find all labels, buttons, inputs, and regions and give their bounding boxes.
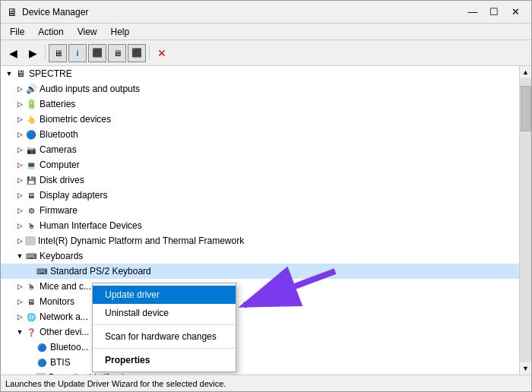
context-menu: Update driver Uninstall device Scan for … bbox=[92, 283, 236, 372]
list-item[interactable]: ▷ 🖥 Display adapters bbox=[1, 188, 519, 203]
title-bar: 🖥 Device Manager — ☐ ✕ bbox=[1, 1, 531, 24]
cameras-icon: 📷 bbox=[25, 144, 37, 156]
ctx-separator bbox=[93, 324, 236, 325]
toggle bbox=[25, 342, 36, 352]
toolbar-sep-2 bbox=[149, 46, 150, 61]
toggle[interactable]: ▷ bbox=[14, 205, 25, 216]
toggle[interactable]: ▷ bbox=[14, 311, 25, 322]
ctx-properties[interactable]: Properties bbox=[93, 351, 236, 369]
list-item[interactable]: ▷ Intel(R) Dynamic Platform and Thermal … bbox=[1, 233, 519, 248]
root-toggle[interactable]: ▼ bbox=[4, 68, 14, 79]
item-label: Standard PS/2 Keyboard bbox=[50, 266, 151, 277]
item-label: Monitors bbox=[40, 296, 74, 307]
toolbar-back[interactable]: ◀ bbox=[4, 44, 22, 62]
list-item[interactable]: ▼ ⌨ Keyboards bbox=[1, 248, 519, 264]
computer-icon: 💻 bbox=[25, 159, 37, 171]
list-item[interactable]: ▷ 🔋 Batteries bbox=[1, 96, 519, 112]
toolbar-info[interactable]: i bbox=[68, 44, 87, 62]
toolbar-forward[interactable]: ▶ bbox=[24, 44, 42, 62]
toggle[interactable]: ▷ bbox=[14, 84, 25, 94]
close-button[interactable]: ✕ bbox=[505, 4, 525, 21]
list-item[interactable]: 🔵 Bluetoo... bbox=[1, 340, 519, 355]
toggle[interactable]: ▷ bbox=[14, 220, 25, 231]
list-item[interactable]: ▷ ⚙ Firmware bbox=[1, 203, 519, 218]
menu-action[interactable]: Action bbox=[32, 25, 69, 39]
item-label: Cameras bbox=[40, 144, 77, 155]
tree-root[interactable]: ▼ 🖥 SPECTRE bbox=[1, 66, 519, 81]
toggle[interactable]: ▷ bbox=[14, 281, 25, 292]
list-item[interactable]: ▷ 🔊 Audio inputs and outputs bbox=[1, 81, 519, 96]
list-item[interactable]: ▷ 🖱 Mice and c... bbox=[1, 279, 519, 294]
ctx-separator-2 bbox=[93, 348, 236, 349]
list-item[interactable]: ▷ 🖱 Human Interface Devices bbox=[1, 218, 519, 233]
monitors-icon: 🖥 bbox=[25, 296, 37, 308]
tree-panel[interactable]: ▼ 🖥 SPECTRE ▷ 🔊 Audio inputs and outputs… bbox=[1, 66, 519, 375]
toggle[interactable]: ▼ bbox=[14, 327, 25, 337]
list-item[interactable]: ▷ 📷 Cameras bbox=[1, 142, 519, 157]
list-item[interactable]: ▷ 🖥 Monitors bbox=[1, 294, 519, 309]
scroll-up[interactable]: ▲ bbox=[520, 66, 532, 78]
ctx-uninstall[interactable]: Uninstall device bbox=[93, 304, 236, 322]
toolbar-properties[interactable]: 🖥 bbox=[49, 44, 67, 62]
hid-icon: 🖱 bbox=[25, 220, 37, 232]
root-icon: 🖥 bbox=[14, 68, 27, 80]
status-text: Launches the Update Driver Wizard for th… bbox=[5, 379, 226, 388]
device-manager-window: 🖥 Device Manager — ☐ ✕ File Action View … bbox=[0, 0, 532, 392]
list-item[interactable]: ▷ 🌐 Network a... bbox=[1, 309, 519, 324]
firmware-icon: ⚙ bbox=[25, 204, 37, 217]
minimize-button[interactable]: — bbox=[463, 4, 483, 21]
item-label: Detection Verification bbox=[49, 372, 135, 375]
btis-icon: 🔵 bbox=[36, 356, 48, 368]
biometric-icon: 👆 bbox=[25, 113, 37, 125]
display-icon: 🖥 bbox=[25, 189, 37, 201]
scroll-down[interactable]: ▼ bbox=[520, 362, 532, 375]
item-label: Network a... bbox=[40, 311, 88, 322]
audio-icon: 🔊 bbox=[25, 83, 37, 95]
list-item[interactable]: ▷ 👆 Biometric devices bbox=[1, 112, 519, 127]
item-label: Firmware bbox=[40, 205, 78, 216]
item-label: Bluetoo... bbox=[50, 342, 89, 352]
toolbar-btn5[interactable]: ⬛ bbox=[128, 44, 146, 62]
bluetooth-icon: 🔵 bbox=[25, 128, 37, 141]
list-item[interactable]: ⌨ Standard PS/2 Keyboard bbox=[1, 264, 519, 279]
bt-sub-icon: 🔵 bbox=[36, 341, 48, 353]
toolbar-sep-1 bbox=[45, 46, 46, 61]
keyboard-icon: ⌨ bbox=[36, 265, 48, 277]
menu-file[interactable]: File bbox=[4, 25, 30, 39]
list-item[interactable]: ▷ 💻 Computer bbox=[1, 157, 519, 172]
toggle[interactable]: ▷ bbox=[14, 236, 25, 246]
detection-icon bbox=[36, 373, 46, 375]
toggle[interactable]: ▷ bbox=[14, 190, 25, 201]
ctx-update-driver[interactable]: Update driver bbox=[93, 286, 236, 304]
toggle[interactable]: ▼ bbox=[14, 251, 25, 261]
toolbar-btn3[interactable]: ⬛ bbox=[88, 44, 106, 62]
list-item[interactable]: ▷ 💾 Disk drives bbox=[1, 172, 519, 188]
ctx-scan[interactable]: Scan for hardware changes bbox=[93, 327, 236, 346]
toggle[interactable]: ▷ bbox=[14, 296, 25, 307]
item-label: Audio inputs and outputs bbox=[40, 84, 140, 94]
list-item[interactable]: ▼ ❓ Other devi... bbox=[1, 324, 519, 340]
toggle[interactable]: ▷ bbox=[14, 160, 25, 170]
toggle[interactable]: ▷ bbox=[14, 114, 25, 125]
menu-bar: File Action View Help bbox=[1, 24, 531, 40]
list-item[interactable]: 🔵 BTIS bbox=[1, 355, 519, 370]
status-bar: Launches the Update Driver Wizard for th… bbox=[1, 375, 531, 391]
scroll-track[interactable] bbox=[520, 78, 532, 362]
item-label: Disk drives bbox=[40, 175, 84, 185]
main-content: ▼ 🖥 SPECTRE ▷ 🔊 Audio inputs and outputs… bbox=[1, 66, 531, 375]
item-label: Display adapters bbox=[40, 190, 107, 201]
toolbar-btn4[interactable]: 🖥 bbox=[108, 44, 126, 62]
toggle[interactable]: ▷ bbox=[14, 99, 25, 109]
maximize-button[interactable]: ☐ bbox=[484, 4, 504, 21]
list-item[interactable]: Detection Verification bbox=[1, 370, 519, 375]
list-item[interactable]: ▷ 🔵 Bluetooth bbox=[1, 127, 519, 142]
scrollbar[interactable]: ▲ ▼ bbox=[519, 66, 531, 375]
menu-help[interactable]: Help bbox=[105, 25, 136, 39]
toggle[interactable]: ▷ bbox=[14, 175, 25, 185]
scroll-thumb[interactable] bbox=[521, 86, 531, 131]
toolbar-delete[interactable]: ✕ bbox=[153, 44, 171, 62]
menu-view[interactable]: View bbox=[71, 25, 103, 39]
toggle[interactable]: ▷ bbox=[14, 144, 25, 155]
root-label: SPECTRE bbox=[29, 68, 72, 79]
toggle[interactable]: ▷ bbox=[14, 129, 25, 140]
